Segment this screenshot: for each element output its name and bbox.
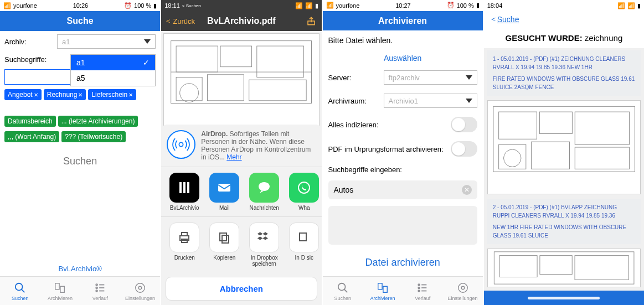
svg-rect-18 [208, 75, 244, 101]
tab-suchen[interactable]: Suchen [323, 277, 363, 305]
share-mail[interactable]: Mail [204, 173, 244, 211]
svg-rect-24 [183, 182, 186, 193]
svg-point-46 [458, 283, 467, 292]
dropdown-option-a1[interactable]: a1✓ [71, 55, 155, 70]
chip-letzte[interactable]: ... (letzte Archivierungen) [58, 116, 138, 127]
bottom-handle[interactable] [484, 291, 644, 305]
clear-icon[interactable]: ✕ [462, 185, 472, 195]
gear-icon [133, 281, 147, 294]
close-icon: ✕ [128, 92, 133, 98]
wifi-icon: 📶 [627, 2, 635, 9]
alarm-icon: ⏰ [447, 2, 455, 9]
dropdown-option-a5[interactable]: a5 [71, 70, 155, 86]
archive-icon [53, 281, 66, 294]
share-nachrichten[interactable]: Nachrichten [244, 173, 284, 211]
share-sheet: AirDrop. Sofortiges Teilen mit Personen … [161, 125, 321, 305]
airdrop-more-link[interactable]: Mehr [226, 153, 241, 161]
result-thumbnail-2[interactable] [487, 249, 641, 287]
svg-rect-19 [249, 80, 306, 101]
back-button[interactable]: ＜Suche [484, 11, 644, 28]
chip-wortanfang[interactable]: ,,, (Wort Anfang) [4, 131, 59, 142]
list-icon [416, 281, 429, 294]
action-drucken[interactable]: Drucken [164, 223, 204, 267]
archivraum-select[interactable]: Archivio1 [384, 94, 477, 108]
chip-teilwort[interactable]: ??? (Teilwortsuche) [61, 131, 126, 142]
check-icon: ✓ [143, 58, 150, 67]
action-more[interactable]: In D sic [284, 223, 321, 267]
tab-archivieren[interactable]: Archivieren [363, 277, 403, 305]
result-thumbnail-1[interactable] [487, 100, 641, 194]
svg-rect-49 [539, 112, 572, 133]
tab-einstellungen[interactable]: Einstellungen [442, 277, 482, 305]
svg-rect-16 [257, 46, 304, 77]
chevron-down-icon [466, 75, 472, 80]
search-icon [13, 281, 27, 294]
screen-suche: 📶 yourfone 10:26 ⏰ 100 % ▮ Suche Archiv:… [0, 0, 160, 305]
result-item-1[interactable]: 1 - 05.01.2019 - (PDF) (#1) ZEICHNUNG CL… [487, 50, 641, 96]
svg-rect-57 [540, 256, 572, 275]
svg-point-4 [96, 284, 97, 286]
svg-point-8 [96, 290, 97, 292]
back-button[interactable]: ＜ Zurück [164, 16, 195, 26]
notes-textarea[interactable] [328, 206, 477, 245]
choose-file-button[interactable]: Auswählen [323, 50, 483, 66]
svg-rect-30 [182, 232, 187, 236]
tab-bar: Suchen Archivieren Verlauf Einstellungen [0, 276, 160, 305]
carrier-label: yourfone [336, 2, 360, 9]
status-time: 18:11 [164, 2, 180, 9]
archiv-select[interactable]: a1 [57, 34, 156, 49]
status-time: 18:04 [487, 2, 503, 9]
svg-rect-15 [220, 46, 251, 67]
archive-button[interactable]: Datei archivieren [323, 249, 483, 276]
tab-einstellungen[interactable]: Einstellungen [120, 277, 160, 305]
navbar-title: Archivieren [378, 16, 427, 26]
tab-verlauf[interactable]: Verlauf [80, 277, 120, 305]
action-dropbox[interactable]: In Dropbox speichern [244, 223, 284, 267]
chip-rechnung[interactable]: Rechnung✕ [44, 89, 86, 100]
signal-icon: 📶 [326, 2, 334, 9]
screen-results: 18:04 📶📶▮ ＜Suche GESUCHT WURDE: zeichnun… [484, 0, 644, 305]
result-item-2[interactable]: 2 - 05.01.2019 - (PDF) (#1) BVLAPP ZEICH… [487, 199, 641, 244]
archiv-value: a1 [62, 38, 70, 46]
archiv-label: Archiv: [4, 38, 57, 46]
suchbegriffe-label: Suchbegriffe: [4, 55, 57, 64]
chip-datumsbereich[interactable]: Datumsbereich [4, 116, 56, 127]
tab-suchen[interactable]: Suchen [0, 277, 40, 305]
svg-line-36 [344, 289, 347, 292]
chip-lieferschein[interactable]: Lieferschein✕ [88, 89, 136, 100]
svg-point-54 [503, 149, 521, 167]
server-select[interactable]: ftp2archiv [384, 70, 477, 85]
screen-archivieren: 📶yourfone 10:27 ⏰100 %▮ Archivieren Bitt… [323, 0, 483, 305]
navbar-title: Suche [67, 16, 94, 26]
search-button[interactable]: Suchen [0, 144, 160, 178]
share-whatsapp[interactable]: Wha [284, 173, 321, 211]
svg-rect-25 [187, 182, 189, 193]
wifi-icon: 📶 [305, 2, 313, 9]
svg-rect-37 [378, 283, 382, 289]
svg-rect-17 [176, 77, 202, 101]
battery-icon: ▮ [153, 2, 157, 9]
svg-point-35 [338, 283, 345, 290]
svg-rect-14 [176, 46, 218, 72]
share-icon[interactable] [306, 16, 316, 26]
share-bvlarchivio[interactable]: BvLArchivio [164, 173, 204, 211]
svg-rect-53 [575, 147, 629, 169]
carrier-label: yourfone [13, 2, 37, 9]
pdf-format-toggle[interactable] [451, 141, 477, 157]
svg-point-11 [136, 283, 145, 292]
cancel-button[interactable]: Abbrechen [166, 277, 317, 301]
svg-rect-51 [498, 144, 525, 169]
navbar-title: BvLArchivio.pdf [207, 16, 276, 26]
chip-angebot[interactable]: Angebot✕ [4, 89, 42, 100]
navbar: Archivieren [323, 11, 483, 31]
action-kopieren[interactable]: Kopieren [204, 223, 244, 267]
battery-label: 100 % [134, 2, 151, 9]
tab-verlauf[interactable]: Verlauf [403, 277, 442, 305]
svg-rect-33 [222, 235, 229, 243]
signal-icon: 📶 [617, 2, 625, 9]
brand-label: BvLArchivio® [0, 261, 160, 276]
svg-point-39 [418, 284, 420, 286]
suchbegriffe-input[interactable]: Autos ✕ [328, 180, 477, 199]
index-toggle[interactable] [451, 117, 477, 132]
tab-archivieren[interactable]: Archivieren [40, 277, 80, 305]
